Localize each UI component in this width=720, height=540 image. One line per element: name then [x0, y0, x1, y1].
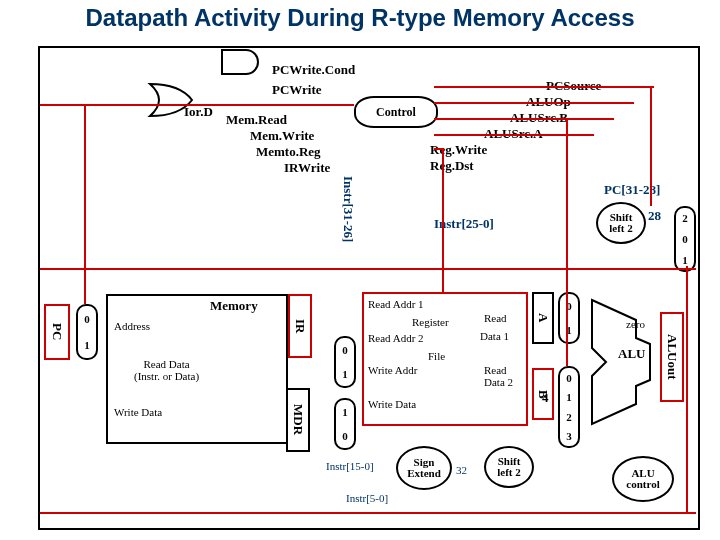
sign-extend-block: Sign Extend — [396, 446, 452, 490]
and-gate-icon — [218, 48, 266, 78]
mux-opt: 0 — [342, 344, 348, 356]
a-register: A — [532, 292, 554, 344]
aluout-register: ALUout — [660, 312, 684, 402]
write-addr-label: Write Addr — [368, 364, 417, 376]
mux-opt: 0 — [566, 372, 572, 384]
regdst-label: Reg.Dst — [430, 158, 474, 174]
wire-icon — [40, 104, 354, 106]
wire-icon — [442, 148, 444, 292]
alu-control-block: ALU control — [612, 456, 674, 502]
mdr-label: MDR — [290, 404, 306, 435]
control-label: Control — [376, 105, 416, 120]
a-label: A — [535, 313, 551, 322]
wire-icon — [434, 134, 594, 136]
mux-opt: 1 — [566, 391, 572, 403]
alusrcb-mux: 0 1 2 3 — [558, 366, 580, 448]
memwrite-label: Mem.Write — [250, 128, 314, 144]
memtoreg-mux: 1 0 — [334, 398, 356, 450]
wire-icon — [434, 118, 614, 120]
read-label: Read — [484, 312, 507, 324]
instr-15-0-label: Instr[15-0] — [326, 460, 374, 472]
iord-mux: 0 1 — [76, 304, 98, 360]
pc-register: PC — [44, 304, 70, 360]
regdst-mux: 0 1 — [334, 336, 356, 388]
register-label: Register — [412, 316, 449, 328]
shift-left-2-lower: Shift left 2 — [484, 446, 534, 488]
mux-opt: 1 — [342, 406, 348, 418]
mux-opt-2: 2 — [682, 212, 688, 224]
aluout-label: ALUout — [664, 334, 680, 380]
wire-icon — [40, 512, 696, 514]
memory-label: Memory — [210, 298, 258, 314]
mux-opt-1: 1 — [682, 254, 688, 266]
mux-opt: 2 — [566, 411, 572, 423]
mux-opt: 0 — [84, 313, 90, 325]
wire-icon — [434, 86, 654, 88]
mux-opt-0: 0 — [682, 233, 688, 245]
alu-label: ALU — [618, 346, 645, 362]
pcwrite-label: PCWrite — [272, 82, 322, 98]
n32-label: 32 — [456, 464, 467, 476]
wire-icon — [40, 268, 696, 270]
ir-label: IR — [292, 319, 308, 333]
n4-label: 4 — [542, 390, 549, 406]
write-data2-label: Write Data — [368, 398, 416, 410]
n28-label: 28 — [648, 208, 661, 224]
mux-opt: 0 — [342, 430, 348, 442]
iord-label: Ior.D — [184, 104, 213, 120]
mux-opt: 3 — [566, 430, 572, 442]
mdr-register: MDR — [286, 388, 310, 452]
irwrite-label: IRWrite — [284, 160, 330, 176]
mux-opt: 1 — [84, 339, 90, 351]
file-label: File — [428, 350, 445, 362]
read-data-label: Read Data (Instr. or Data) — [134, 358, 199, 382]
regwrite-label: Reg.Write — [430, 142, 487, 158]
register-file-block: Read Addr 1 Register Read Addr 2 Read Da… — [362, 292, 528, 426]
wire-icon — [686, 266, 688, 514]
pcwritecond-label: PCWrite.Cond — [272, 62, 355, 78]
mux-opt: 1 — [342, 368, 348, 380]
instr-31-26-label: Instr[31-26] — [340, 176, 356, 242]
pc-label: PC — [49, 323, 65, 340]
datapath-stage: PCWrite.Cond PCWrite Ior.D Mem.Read Mem.… — [38, 46, 700, 530]
data1-label: Data 1 — [480, 330, 509, 342]
wire-icon — [84, 104, 86, 304]
address-label: Address — [114, 320, 150, 332]
instr-5-0-label: Instr[5-0] — [346, 492, 388, 504]
memtoreg-label: Memto.Reg — [256, 144, 321, 160]
write-data-label: Write Data — [114, 406, 162, 418]
memory-block: Memory Address Read Data (Instr. or Data… — [106, 294, 288, 444]
wire-icon — [650, 86, 652, 206]
memread-label: Mem.Read — [226, 112, 287, 128]
control-block: Control — [354, 96, 438, 128]
wire-icon — [434, 102, 634, 104]
read-addr-1-label: Read Addr 1 — [368, 298, 424, 310]
ir-register: IR — [288, 294, 312, 358]
shift-left-2-upper: Shift left 2 — [596, 202, 646, 244]
wire-icon — [566, 118, 568, 366]
alusrca-mux: 0 1 — [558, 292, 580, 344]
zero-label: zero — [626, 318, 645, 330]
read-data2-label: Read Data 2 — [484, 364, 513, 388]
page-title: Datapath Activity During R-type Memory A… — [0, 4, 720, 32]
pc-source-mux: 2 0 1 — [674, 206, 696, 272]
read-addr-2-label: Read Addr 2 — [368, 332, 424, 344]
